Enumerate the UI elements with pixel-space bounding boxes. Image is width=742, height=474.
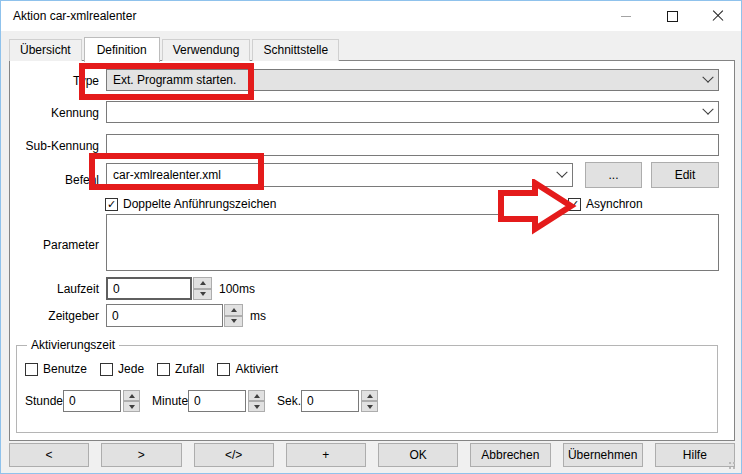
spin-up-button[interactable] [123, 390, 140, 401]
zeitgeber-unit: ms [250, 309, 266, 323]
jede-label: Jede [118, 362, 144, 376]
minute-spinner [248, 390, 265, 412]
browse-button[interactable]: ... [585, 162, 642, 188]
spin-up-icon [129, 394, 135, 398]
stunde-input[interactable] [63, 390, 121, 412]
befehl-label: Befehl [10, 173, 99, 187]
chevron-down-icon [702, 104, 713, 115]
spin-up-icon [231, 308, 237, 312]
spin-down-icon [129, 405, 135, 409]
checkbox-unchecked-icon [100, 363, 113, 376]
kennung-combobox[interactable] [106, 101, 719, 123]
tab-verwendung[interactable]: Verwendung [162, 39, 251, 61]
spin-down-icon [367, 405, 373, 409]
minute-label: Minute [152, 394, 188, 408]
minute-input[interactable] [188, 390, 246, 412]
sekunde-field: Sek. [277, 390, 378, 412]
next-button[interactable]: > [101, 443, 181, 467]
stunde-spinner [123, 390, 140, 412]
window-title: Aktion car-xmlrealenter [1, 9, 136, 23]
spin-down-button[interactable] [193, 289, 212, 301]
minimize-icon [621, 16, 631, 17]
close-icon [712, 10, 724, 22]
chevron-down-icon [702, 72, 713, 83]
befehl-combobox[interactable]: car-xmlrealenter.xml [106, 163, 573, 187]
aktivierungszeit-group: Aktivierungszeit Benutze Jede Zufall Akt… [16, 345, 718, 433]
tab-uebersicht[interactable]: Übersicht [9, 39, 82, 61]
type-label: Type [10, 74, 99, 88]
footer-button-bar: < > </> + OK Abbrechen Übernehmen Hilfe [9, 443, 735, 467]
spin-down-button[interactable] [123, 401, 140, 412]
spin-up-icon [367, 394, 373, 398]
maximize-icon [667, 11, 678, 22]
zeitgeber-label: Zeitgeber [10, 309, 99, 323]
definition-tab-page: Type Ext. Programm starten. Kennung Sub-… [9, 60, 735, 441]
resize-grip[interactable] [729, 462, 738, 471]
checkbox-unchecked-icon [157, 363, 170, 376]
sekunde-spinner [361, 390, 378, 412]
befehl-combobox-value: car-xmlrealenter.xml [113, 168, 221, 182]
sekunde-label: Sek. [277, 394, 301, 408]
stunde-field: Stunde [25, 390, 140, 412]
hilfe-button[interactable]: Hilfe [655, 443, 735, 467]
uebernehmen-button[interactable]: Übernehmen [563, 443, 643, 467]
doppelte-anfuehrungszeichen-label: Doppelte Anführungszeichen [123, 197, 276, 211]
ok-button[interactable]: OK [378, 443, 458, 467]
spin-up-icon [200, 281, 206, 285]
spin-up-button[interactable] [193, 277, 212, 289]
zufall-checkbox[interactable]: Zufall [157, 362, 204, 376]
laufzeit-spinner [193, 277, 212, 300]
spin-down-button[interactable] [248, 401, 265, 412]
type-combobox-value: Ext. Programm starten. [113, 73, 236, 87]
doppelte-anfuehrungszeichen-checkbox[interactable]: ✓ Doppelte Anführungszeichen [105, 197, 276, 211]
edit-button[interactable]: Edit [651, 162, 719, 188]
laufzeit-label: Laufzeit [10, 282, 99, 296]
minute-field: Minute [152, 390, 265, 412]
spin-up-button[interactable] [224, 304, 243, 316]
dialog-window: Aktion car-xmlrealenter Übersicht Defini… [0, 0, 742, 474]
minimize-button[interactable] [603, 1, 649, 31]
type-combobox[interactable]: Ext. Programm starten. [106, 69, 719, 91]
zeitgeber-input[interactable] [106, 304, 223, 327]
spin-down-button[interactable] [361, 401, 378, 412]
zufall-label: Zufall [175, 362, 204, 376]
parameter-label: Parameter [10, 238, 99, 252]
close-button[interactable] [695, 1, 741, 31]
laufzeit-input[interactable] [106, 277, 192, 300]
kennung-label: Kennung [10, 106, 99, 120]
add-button[interactable]: + [286, 443, 366, 467]
asynchron-label: Asynchron [586, 197, 643, 211]
checkbox-unchecked-icon [217, 363, 230, 376]
spin-down-button[interactable] [224, 316, 243, 328]
tab-schnittstelle[interactable]: Schnittstelle [252, 39, 339, 61]
prev-button[interactable]: < [9, 443, 89, 467]
sekunde-input[interactable] [301, 390, 359, 412]
parameter-textarea[interactable] [106, 214, 719, 271]
benutze-label: Benutze [43, 362, 87, 376]
aktivierungszeit-checkbox-row: Benutze Jede Zufall Aktiviert [25, 362, 278, 376]
checkbox-unchecked-icon [25, 363, 38, 376]
zeitgeber-spinner [224, 304, 243, 327]
spin-down-icon [254, 405, 260, 409]
aktiviert-checkbox[interactable]: Aktiviert [217, 362, 278, 376]
sub-kennung-input[interactable] [106, 134, 719, 156]
sub-kennung-label: Sub-Kennung [10, 139, 99, 153]
checkbox-checked-icon: ✓ [105, 198, 118, 211]
spin-down-icon [200, 292, 206, 296]
asynchron-checkbox[interactable]: ✓ Asynchron [568, 197, 643, 211]
maximize-button[interactable] [649, 1, 695, 31]
code-button[interactable]: </> [194, 443, 274, 467]
aktiviert-label: Aktiviert [235, 362, 278, 376]
spin-up-button[interactable] [361, 390, 378, 401]
laufzeit-unit: 100ms [219, 282, 255, 296]
tab-definition[interactable]: Definition [84, 37, 160, 62]
abbrechen-button[interactable]: Abbrechen [470, 443, 550, 467]
tab-strip: Übersicht Definition Verwendung Schnitts… [9, 34, 733, 61]
chevron-down-icon [556, 167, 567, 178]
jede-checkbox[interactable]: Jede [100, 362, 144, 376]
benutze-checkbox[interactable]: Benutze [25, 362, 87, 376]
spin-up-button[interactable] [248, 390, 265, 401]
stunde-label: Stunde [25, 394, 63, 408]
spin-up-icon [254, 394, 260, 398]
spin-down-icon [231, 319, 237, 323]
